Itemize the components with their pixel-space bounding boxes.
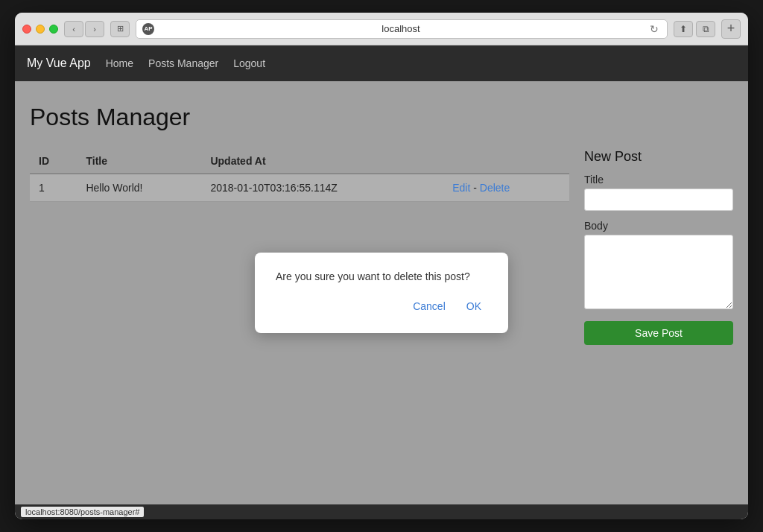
maximize-button[interactable]	[49, 25, 58, 34]
favicon: AP	[142, 23, 154, 35]
dialog-cancel-button[interactable]: Cancel	[407, 297, 452, 315]
dialog-overlay: Are you sure you want to delete this pos…	[15, 81, 748, 504]
browser-actions: ⬆ ⧉	[674, 21, 715, 37]
browser-window: ‹ › ⊞ AP localhost ↻ ⬆ ⧉	[15, 13, 748, 519]
refresh-button[interactable]: ↻	[648, 22, 661, 36]
app-content: My Vue App Home Posts Manager Logout Pos…	[15, 45, 748, 504]
status-bar: localhost:8080/posts-manager#	[15, 504, 748, 519]
url-text: localhost	[157, 23, 645, 34]
dialog-message: Are you sure you want to delete this pos…	[276, 270, 487, 282]
share-button[interactable]: ⬆	[674, 21, 693, 37]
status-url: localhost:8080/posts-manager#	[21, 507, 144, 517]
main-content: Posts Manager ID Title Updated At	[15, 81, 748, 504]
dialog-actions: Cancel OK	[276, 297, 487, 315]
confirm-dialog: Are you sure you want to delete this pos…	[255, 253, 508, 333]
forward-button[interactable]: ›	[85, 21, 104, 37]
reader-button[interactable]: ⊞	[110, 21, 130, 37]
share-icon: ⬆	[680, 24, 687, 34]
minimize-button[interactable]	[36, 25, 45, 34]
back-icon: ‹	[72, 25, 75, 34]
navbar-link-posts-manager[interactable]: Posts Manager	[148, 57, 218, 69]
traffic-lights	[22, 25, 58, 34]
reader-icon: ⊞	[117, 24, 124, 34]
navbar: My Vue App Home Posts Manager Logout	[15, 45, 748, 81]
new-tab-icon: +	[727, 21, 735, 37]
dialog-ok-button[interactable]: OK	[460, 297, 487, 315]
new-tab-button[interactable]: +	[721, 19, 741, 39]
url-bar[interactable]: AP localhost ↻	[136, 19, 668, 39]
tabs-icon: ⧉	[703, 24, 709, 34]
forward-icon: ›	[93, 25, 96, 34]
close-button[interactable]	[22, 25, 31, 34]
navbar-link-logout[interactable]: Logout	[233, 57, 265, 69]
back-button[interactable]: ‹	[64, 21, 83, 37]
browser-chrome: ‹ › ⊞ AP localhost ↻ ⬆ ⧉	[15, 13, 748, 45]
navbar-brand[interactable]: My Vue App	[27, 57, 91, 70]
navbar-link-home[interactable]: Home	[106, 57, 133, 69]
tabs-button[interactable]: ⧉	[696, 21, 715, 37]
nav-buttons: ‹ ›	[64, 21, 104, 37]
refresh-icon: ↻	[650, 23, 659, 35]
